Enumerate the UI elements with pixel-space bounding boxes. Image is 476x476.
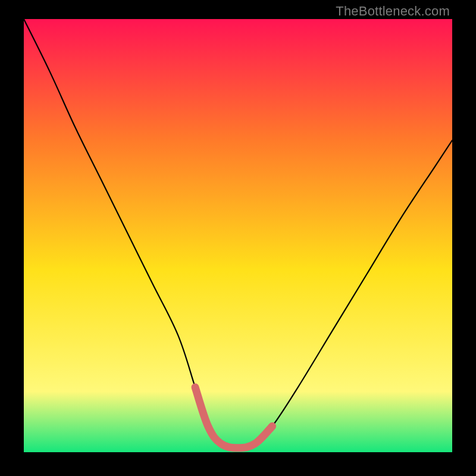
plot-area [24,19,452,452]
chart-frame: TheBottleneck.com [0,0,476,476]
watermark-text: TheBottleneck.com [336,4,450,19]
bottleneck-chart [24,19,452,452]
gradient-background [24,19,452,452]
